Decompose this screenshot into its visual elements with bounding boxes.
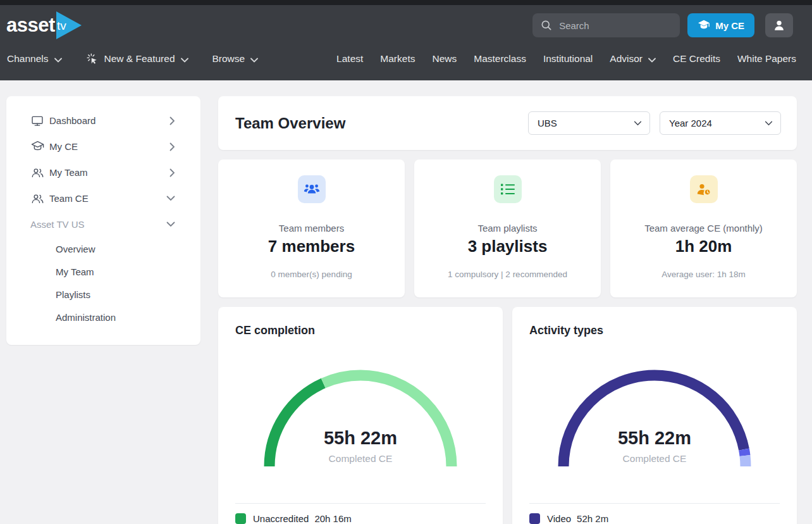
logo-text: asset (6, 14, 55, 37)
asset-tv-logo[interactable]: asset tv (6, 11, 82, 39)
legend-item: Unaccredited 20h 16m (235, 513, 352, 524)
stat-label: Team members (218, 223, 405, 234)
users-icon (30, 166, 44, 178)
svg-text:tv: tv (57, 19, 66, 32)
divider (235, 503, 486, 504)
stat-sub: 1 compulsory | 2 recommended (414, 270, 601, 279)
divider (529, 503, 780, 504)
graduation-cap-icon (30, 140, 44, 153)
monitor-icon (30, 115, 44, 127)
nav-ce-credits[interactable]: CE Credits (673, 53, 720, 65)
nav-browse[interactable]: Browse (212, 53, 259, 65)
page-title: Team Overview (235, 115, 345, 132)
chevron-right-icon (169, 142, 175, 151)
nav-news[interactable]: News (432, 53, 457, 65)
sidebar-item-team-ce[interactable]: Team CE (6, 185, 200, 211)
chevron-down-icon (166, 221, 175, 227)
legend-swatch (529, 513, 540, 524)
stat-sub: Average user: 1h 18m (610, 270, 797, 279)
chevron-right-icon (169, 116, 175, 125)
legend-time: 52h 2m (577, 513, 608, 524)
sparkle-cursor-icon (86, 53, 99, 65)
legend-swatch (235, 513, 246, 524)
nav-masterclass[interactable]: Masterclass (474, 53, 526, 65)
stat-card-team-members: Team members 7 members 0 member(s) pendi… (218, 159, 405, 297)
sidebar-item-dashboard[interactable]: Dashboard (6, 108, 200, 134)
sidebar-item-my-team[interactable]: My Team (6, 159, 200, 185)
chevron-right-icon (169, 168, 175, 177)
graduation-cap-icon (698, 20, 710, 31)
stat-value: 3 playlists (414, 237, 601, 256)
stat-sub: 0 member(s) pending (218, 270, 405, 279)
stat-label: Team playlists (414, 223, 601, 234)
my-ce-button[interactable]: My CE (687, 13, 754, 37)
chart-card-ce-completion: CE completion 55h 22m Completed CE Unacc… (218, 307, 503, 524)
chart-card-activity-types: Activity types 55h 22m Completed CE Vide… (512, 307, 797, 524)
search-input[interactable] (559, 20, 672, 31)
user-icon (772, 18, 786, 32)
legend-time: 20h 16m (314, 513, 351, 524)
search-box[interactable] (532, 13, 680, 37)
list-icon (494, 175, 522, 203)
chevron-down-icon (634, 121, 642, 126)
sidebar-subitem-my-team[interactable]: My Team (6, 260, 200, 283)
sidebar-subitem-playlists[interactable]: Playlists (6, 283, 200, 306)
sidebar-subitem-administration[interactable]: Administration (6, 306, 200, 328)
gauge-label: Completed CE (512, 453, 797, 465)
nav-institutional[interactable]: Institutional (543, 53, 593, 65)
legend-label: Video (547, 513, 571, 524)
gauge-value: 55h 22m (512, 428, 797, 449)
my-ce-label: My CE (715, 20, 744, 31)
chart-title: CE completion (235, 324, 315, 337)
team-select[interactable]: UBS (528, 111, 650, 135)
gauge-label: Completed CE (218, 453, 503, 465)
gauge-value: 55h 22m (218, 428, 503, 449)
chevron-down-icon (181, 54, 188, 65)
chart-title: Activity types (529, 324, 603, 337)
nav-new-featured[interactable]: New & Featured (86, 53, 188, 65)
nav-white-papers[interactable]: White Papers (737, 53, 796, 65)
sidebar-item-asset-tv-us[interactable]: Asset TV US (6, 211, 200, 237)
stat-card-team-average-ce: Team average CE (monthly) 1h 20m Average… (610, 159, 797, 297)
avatar-button[interactable] (765, 13, 793, 37)
sidebar: Dashboard My CE (6, 96, 200, 345)
sidebar-subitem-overview[interactable]: Overview (6, 237, 200, 260)
nav-advisor[interactable]: Advisor (610, 53, 656, 65)
sidebar-item-my-ce[interactable]: My CE (6, 134, 200, 159)
title-bar: Team Overview UBS Year 2024 (218, 96, 797, 150)
year-select[interactable]: Year 2024 (660, 111, 781, 135)
users-icon (298, 175, 326, 203)
stat-card-team-playlists: Team playlists 3 playlists 1 compulsory … (414, 159, 601, 297)
chevron-down-icon (54, 54, 62, 65)
logo-play-icon: tv (56, 11, 82, 39)
users-icon (30, 192, 44, 204)
chevron-down-icon (166, 196, 175, 201)
legend-item: Video 52h 2m (529, 513, 608, 524)
header: asset tv (0, 5, 812, 80)
chevron-down-icon (250, 54, 258, 65)
nav-markets[interactable]: Markets (380, 53, 415, 65)
user-clock-icon (690, 175, 718, 203)
top-strip (0, 0, 812, 5)
nav-latest[interactable]: Latest (336, 53, 363, 65)
legend-label: Unaccredited (253, 513, 309, 524)
stat-value: 7 members (218, 237, 405, 256)
nav-channels[interactable]: Channels (7, 53, 62, 65)
chevron-down-icon (648, 54, 656, 65)
stat-label: Team average CE (monthly) (610, 223, 797, 234)
chevron-down-icon (765, 121, 773, 126)
stat-value: 1h 20m (610, 237, 797, 256)
search-icon (540, 19, 553, 32)
